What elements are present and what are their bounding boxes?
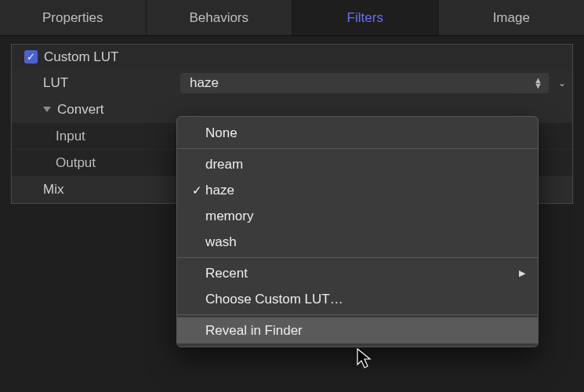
- lut-row: LUT haze ▲▼ ⌄: [12, 70, 572, 96]
- menu-item-dream[interactable]: dream: [177, 151, 538, 177]
- menu-item-wash[interactable]: wash: [177, 229, 538, 255]
- menu-item-reveal-in-finder[interactable]: Reveal in Finder: [177, 318, 538, 343]
- menu-item-label: Choose Custom LUT…: [205, 292, 343, 307]
- menu-item-recent[interactable]: Recent: [177, 260, 538, 286]
- tab-label: Image: [493, 10, 530, 26]
- tab-properties[interactable]: Properties: [0, 0, 147, 35]
- input-label: Input: [56, 129, 85, 144]
- menu-item-label: dream: [205, 157, 243, 172]
- menu-item-label: wash: [205, 234, 237, 250]
- filter-header-row: ✓ Custom LUT: [12, 45, 572, 70]
- lut-popup-menu: None dream ✓ haze memory wash Recent Cho…: [176, 116, 539, 347]
- tab-image[interactable]: Image: [439, 0, 585, 35]
- menu-item-label: Reveal in Finder: [205, 323, 303, 339]
- output-label: Output: [56, 155, 96, 171]
- inspector-tabs: Properties Behaviors Filters Image: [0, 0, 584, 36]
- menu-item-none[interactable]: None: [177, 120, 538, 146]
- menu-item-memory[interactable]: memory: [177, 203, 538, 229]
- lut-dropdown-value: haze: [190, 75, 219, 91]
- lut-label: LUT: [43, 75, 68, 91]
- cursor-icon: [357, 348, 374, 370]
- menu-separator: [177, 257, 538, 258]
- menu-item-label: memory: [205, 209, 253, 224]
- tab-filters[interactable]: Filters: [292, 0, 439, 35]
- check-icon: ✓: [188, 183, 205, 198]
- mix-label: Mix: [43, 182, 63, 198]
- menu-item-label: None: [205, 125, 238, 141]
- menu-separator: [177, 148, 538, 149]
- chevron-down-icon[interactable]: ⌄: [552, 78, 572, 89]
- convert-label: Convert: [57, 102, 104, 118]
- tab-label: Properties: [42, 10, 103, 26]
- menu-item-label: haze: [205, 183, 234, 198]
- menu-item-label: Recent: [205, 266, 248, 281]
- tab-label: Filters: [347, 10, 383, 26]
- menu-item-haze[interactable]: ✓ haze: [177, 177, 538, 203]
- menu-separator: [177, 314, 538, 315]
- enable-checkbox[interactable]: ✓: [24, 50, 38, 64]
- menu-item-choose-lut[interactable]: Choose Custom LUT…: [177, 286, 538, 312]
- tab-behaviors[interactable]: Behaviors: [147, 0, 293, 35]
- tab-label: Behaviors: [189, 10, 248, 26]
- lut-dropdown[interactable]: haze ▲▼: [180, 73, 549, 93]
- disclosure-down-icon[interactable]: [43, 107, 51, 112]
- filter-title: Custom LUT: [44, 49, 118, 65]
- dropdown-arrows-icon: ▲▼: [534, 78, 542, 89]
